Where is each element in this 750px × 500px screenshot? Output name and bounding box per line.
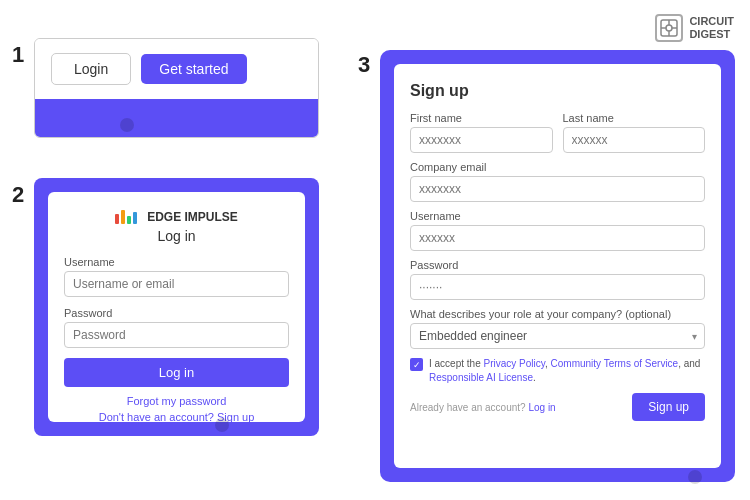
logo-bar-1 <box>115 214 119 224</box>
step2-number: 2 <box>12 182 24 208</box>
section1-container: Login Get started <box>34 38 319 138</box>
signup-bottom-row: Already have an account? Log in Sign up <box>410 393 705 421</box>
circuit-digest-name: CIRCUIT DIGEST <box>689 15 734 41</box>
section3-inner: Sign up First name Last name Company ema… <box>394 64 721 468</box>
login-button[interactable]: Login <box>51 53 131 85</box>
role-select-wrapper: Embedded engineerSoftware engineerData s… <box>410 323 705 349</box>
terms-checkbox[interactable]: ✓ <box>410 358 423 371</box>
s3-password-label: Password <box>410 259 705 271</box>
section2-inner: EDGE IMPULSE Log in Username Password Lo… <box>48 192 305 422</box>
logo-bar-4 <box>133 212 137 224</box>
username-group: Username <box>410 210 705 251</box>
section1-top: Login Get started <box>35 39 318 99</box>
name-row: First name Last name <box>410 112 705 153</box>
logo-bars <box>115 210 137 224</box>
password-input[interactable] <box>64 322 289 348</box>
responsible-ai-link[interactable]: Responsible AI License <box>429 372 533 383</box>
s3-password-group: Password <box>410 259 705 300</box>
first-name-label: First name <box>410 112 553 124</box>
company-email-label: Company email <box>410 161 705 173</box>
edge-impulse-brand-name: EDGE IMPULSE <box>147 210 238 224</box>
circuit-digest-icon <box>655 14 683 42</box>
edge-impulse-logo-row: EDGE IMPULSE <box>64 210 289 224</box>
password-label: Password <box>64 307 289 319</box>
signup-button[interactable]: Sign up <box>632 393 705 421</box>
signup-link[interactable]: Sign up <box>217 411 254 423</box>
username-label: Username <box>64 256 289 268</box>
role-label: What describes your role at your company… <box>410 308 705 320</box>
last-name-input[interactable] <box>563 127 706 153</box>
company-email-group: Company email <box>410 161 705 202</box>
terms-label: I accept the Privacy Policy, Community T… <box>429 357 705 385</box>
step1-number: 1 <box>12 42 24 68</box>
no-account-text: Don't have an account? Sign up <box>64 411 289 423</box>
signup-title: Sign up <box>410 82 705 100</box>
forgot-password-link[interactable]: Forgot my password <box>64 395 289 407</box>
section2-outer: EDGE IMPULSE Log in Username Password Lo… <box>34 178 319 436</box>
get-started-button[interactable]: Get started <box>141 54 246 84</box>
s3-username-input[interactable] <box>410 225 705 251</box>
step3-number: 3 <box>358 52 370 78</box>
svg-point-1 <box>666 25 672 31</box>
role-group: What describes your role at your company… <box>410 308 705 349</box>
terms-checkbox-row: ✓ I accept the Privacy Policy, Community… <box>410 357 705 385</box>
first-name-group: First name <box>410 112 553 153</box>
privacy-policy-link[interactable]: Privacy Policy <box>483 358 545 369</box>
role-select[interactable]: Embedded engineerSoftware engineerData s… <box>410 323 705 349</box>
login-title: Log in <box>64 228 289 244</box>
section3-outer: Sign up First name Last name Company ema… <box>380 50 735 482</box>
s3-password-input[interactable] <box>410 274 705 300</box>
log-in-button[interactable]: Log in <box>64 358 289 387</box>
last-name-label: Last name <box>563 112 706 124</box>
login-link[interactable]: Log in <box>528 402 555 413</box>
last-name-group: Last name <box>563 112 706 153</box>
community-terms-link[interactable]: Community Terms of Service <box>551 358 679 369</box>
already-account-text: Already have an account? Log in <box>410 402 556 413</box>
first-name-input[interactable] <box>410 127 553 153</box>
logo-bar-3 <box>127 216 131 224</box>
s3-username-label: Username <box>410 210 705 222</box>
logo-bar-2 <box>121 210 125 224</box>
circuit-digest-logo: CIRCUIT DIGEST <box>655 14 734 42</box>
company-email-input[interactable] <box>410 176 705 202</box>
username-input[interactable] <box>64 271 289 297</box>
section1-purple-bar <box>35 99 318 138</box>
